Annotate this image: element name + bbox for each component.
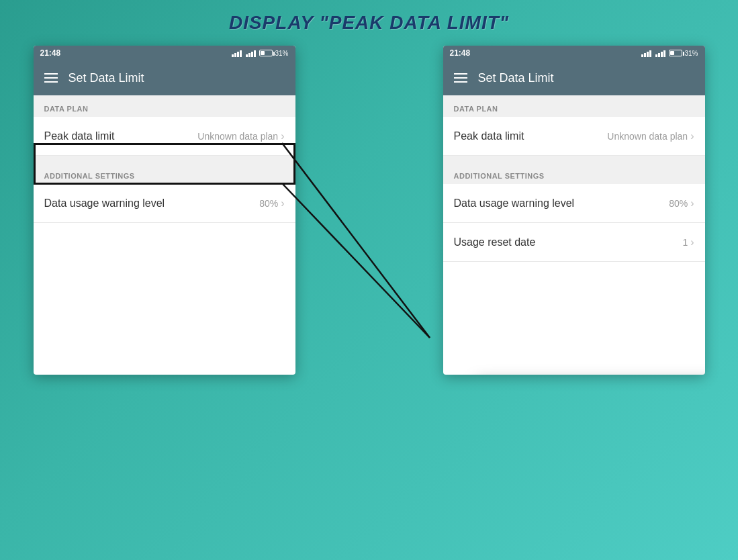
section-header-additional-left: ADDITIONAL SETTINGS: [34, 162, 295, 184]
peak-data-limit-label-left: Peak data limit: [44, 130, 115, 142]
data-usage-warning-item-right[interactable]: Data usage warning level 80% ›: [443, 184, 705, 223]
signal-icon-left: [232, 49, 242, 57]
signal-icon-right: [641, 49, 651, 57]
svg-line-0: [282, 143, 430, 338]
data-usage-warning-value-left: 80% ›: [259, 197, 284, 209]
page-title: DISPLAY "PEAK DATA LIMIT": [229, 12, 509, 34]
status-bar-left: 21:48 31%: [34, 46, 295, 60]
app-header-title-right: Set Data Limit: [478, 71, 554, 85]
battery-icon-left: [259, 50, 273, 56]
peak-data-limit-label-right: Peak data limit: [454, 130, 524, 142]
chevron-icon-2-right: ›: [690, 197, 694, 209]
battery-percent-right: 31%: [684, 50, 698, 57]
peak-data-limit-item-right[interactable]: Peak data limit Unknown data plan ›: [443, 117, 705, 156]
signal-icon2-right: [655, 49, 665, 57]
usage-reset-date-label-right: Usage reset date: [454, 236, 536, 248]
section-header-data-plan-right: DATA PLAN: [443, 95, 705, 117]
section-header-additional-right: ADDITIONAL SETTINGS: [443, 162, 705, 184]
svg-line-1: [282, 183, 430, 338]
peak-data-limit-value-right: Unknown data plan ›: [607, 130, 694, 142]
battery-icon-right: [669, 50, 682, 56]
status-time-right: 21:48: [450, 48, 471, 58]
peak-data-limit-item-left[interactable]: Peak data limit Unknown data plan ›: [34, 117, 295, 156]
data-usage-warning-label-right: Data usage warning level: [454, 197, 575, 209]
signal-icon2-left: [246, 49, 256, 57]
content-right: DATA PLAN Peak data limit Unknown data p…: [443, 95, 705, 262]
app-header-left: Set Data Limit: [34, 60, 295, 95]
data-usage-warning-item-left[interactable]: Data usage warning level 80% ›: [34, 184, 295, 223]
chevron-icon-2-left: ›: [281, 197, 284, 209]
section-header-data-plan-left: DATA PLAN: [34, 95, 295, 117]
status-bar-right: 21:48 31%: [443, 46, 705, 60]
hamburger-icon-left[interactable]: [44, 73, 58, 83]
status-time-left: 21:48: [40, 48, 61, 58]
data-usage-warning-value-right: 80% ›: [669, 197, 694, 209]
chevron-icon-1-left: ›: [281, 130, 284, 142]
app-header-title-left: Set Data Limit: [68, 71, 144, 85]
status-icons-right: 31%: [641, 49, 698, 57]
content-left: DATA PLAN Peak data limit Unknown data p…: [34, 95, 295, 223]
right-phone: 21:48 31%: [443, 46, 705, 375]
app-header-right: Set Data Limit: [443, 60, 705, 95]
battery-percent-left: 31%: [275, 50, 288, 57]
status-icons-left: 31%: [232, 49, 288, 57]
usage-reset-date-value-right: 1 ›: [682, 236, 694, 248]
data-usage-warning-label-left: Data usage warning level: [44, 197, 165, 209]
chevron-icon-1-right: ›: [690, 130, 694, 142]
usage-reset-date-item-right[interactable]: Usage reset date 1 ›: [443, 223, 705, 262]
connector-line: [282, 143, 463, 378]
chevron-icon-3-right: ›: [690, 236, 694, 248]
hamburger-icon-right[interactable]: [454, 73, 467, 83]
left-phone: 21:48 31%: [34, 46, 295, 375]
peak-data-limit-value-left: Unknown data plan ›: [197, 130, 284, 142]
